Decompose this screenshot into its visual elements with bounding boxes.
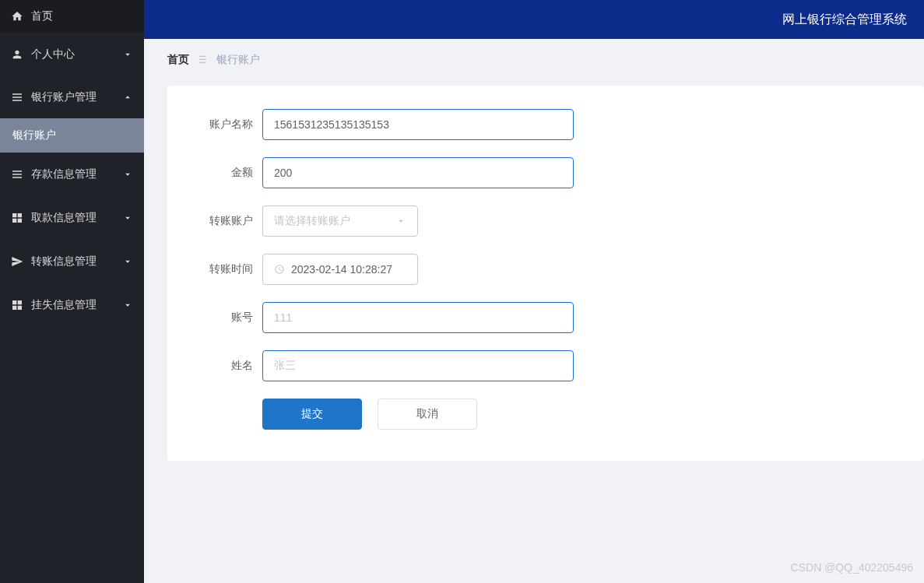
sidebar-item-loss[interactable]: 挂失信息管理 [0,283,144,327]
clock-icon [274,264,285,275]
sidebar-item-label: 取款信息管理 [31,211,122,225]
amount-input[interactable] [262,157,574,188]
sidebar-item-deposit[interactable]: 存款信息管理 [0,153,144,196]
sidebar-item-label: 挂失信息管理 [31,298,122,312]
submit-button[interactable]: 提交 [262,399,362,430]
breadcrumb-home[interactable]: 首页 [167,53,189,65]
sidebar-item-personal[interactable]: 个人中心 [0,33,144,76]
sidebar-item-bank-account-mgmt[interactable]: 银行账户管理 [0,76,144,118]
sidebar-home-label: 首页 [31,9,133,23]
sidebar-home[interactable]: 首页 [0,0,144,33]
sidebar: 首页 个人中心 银行账户管理 [0,0,144,583]
account-no-label: 账号 [199,311,253,325]
sidebar-item-transfer[interactable]: 转账信息管理 [0,240,144,283]
cancel-button[interactable]: 取消 [378,399,477,430]
sidebar-subitem-bank-account[interactable]: 银行账户 [0,118,144,153]
chevron-down-icon [122,49,133,60]
account-no-input[interactable] [262,302,574,333]
chevron-down-icon [122,256,133,267]
chevron-down-icon [395,216,406,227]
account-name-input[interactable] [262,109,574,140]
main: 网上银行综合管理系统 首页 ☰ 银行账户 账户名称 金额 转账账户 请 [144,0,924,583]
select-placeholder: 请选择转账账户 [274,214,350,228]
sidebar-item-label: 转账信息管理 [31,255,122,269]
chevron-down-icon [122,212,133,223]
breadcrumb-current: 银行账户 [216,53,260,65]
transfer-account-select[interactable]: 请选择转账账户 [262,205,418,237]
chevron-down-icon [122,169,133,180]
transfer-account-label: 转账账户 [199,214,253,228]
amount-label: 金额 [199,166,253,180]
watermark: CSDN @QQ_402205496 [791,561,913,574]
home-icon [11,10,23,23]
chevron-down-icon [122,300,133,311]
sidebar-item-withdraw[interactable]: 取款信息管理 [0,196,144,240]
topbar: 网上银行综合管理系统 [144,0,924,39]
name-label: 姓名 [199,359,253,373]
breadcrumb: 首页 ☰ 银行账户 [144,39,924,78]
account-name-label: 账户名称 [199,118,253,132]
chevron-up-icon [122,92,133,103]
transfer-time-label: 转账时间 [199,262,253,276]
form-card: 账户名称 金额 转账账户 请选择转账账户 转账时间 [167,86,924,461]
grid-icon [11,212,23,224]
name-input[interactable] [262,350,574,381]
sidebar-subitem-label: 银行账户 [12,128,56,142]
send-icon [11,255,23,268]
sidebar-item-label: 银行账户管理 [31,90,122,104]
grid-icon [11,299,23,311]
list-icon [11,168,23,181]
page-title: 网上银行综合管理系统 [782,12,907,28]
user-icon [11,48,23,61]
breadcrumb-separator-icon: ☰ [199,54,207,65]
sidebar-item-label: 存款信息管理 [31,167,122,181]
transfer-time-value: 2023-02-14 10:28:27 [291,263,392,276]
list-icon [11,91,23,104]
transfer-time-picker[interactable]: 2023-02-14 10:28:27 [262,254,418,285]
sidebar-item-label: 个人中心 [31,47,122,61]
